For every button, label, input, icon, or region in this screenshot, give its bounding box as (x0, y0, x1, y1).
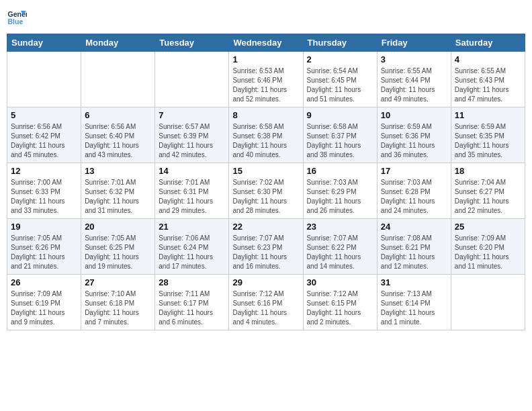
calendar-cell: 27Sunrise: 7:10 AM Sunset: 6:18 PM Dayli… (81, 275, 155, 330)
day-number: 29 (232, 277, 299, 287)
day-info: Sunrise: 7:07 AM Sunset: 6:22 PM Dayligh… (307, 234, 373, 271)
day-info: Sunrise: 7:09 AM Sunset: 6:20 PM Dayligh… (455, 234, 521, 271)
calendar-cell: 4Sunrise: 6:55 AM Sunset: 6:43 PM Daylig… (451, 52, 525, 107)
day-number: 15 (232, 166, 299, 176)
day-number: 2 (307, 54, 373, 64)
day-info: Sunrise: 7:00 AM Sunset: 6:33 PM Dayligh… (11, 178, 77, 216)
day-number: 20 (85, 222, 151, 232)
calendar-cell: 22Sunrise: 7:07 AM Sunset: 6:23 PM Dayli… (229, 219, 303, 275)
day-info: Sunrise: 6:58 AM Sunset: 6:38 PM Dayligh… (232, 122, 299, 160)
day-info: Sunrise: 7:05 AM Sunset: 6:25 PM Dayligh… (85, 234, 151, 271)
day-info: Sunrise: 6:57 AM Sunset: 6:39 PM Dayligh… (159, 122, 225, 160)
day-number: 18 (455, 166, 521, 176)
day-info: Sunrise: 6:56 AM Sunset: 6:40 PM Dayligh… (85, 122, 151, 160)
day-number: 28 (159, 277, 225, 287)
day-info: Sunrise: 6:59 AM Sunset: 6:36 PM Dayligh… (381, 122, 447, 160)
day-number: 7 (159, 110, 225, 120)
day-info: Sunrise: 7:03 AM Sunset: 6:28 PM Dayligh… (381, 178, 447, 216)
day-info: Sunrise: 7:11 AM Sunset: 6:17 PM Dayligh… (159, 289, 225, 327)
day-info: Sunrise: 7:02 AM Sunset: 6:30 PM Dayligh… (232, 178, 299, 216)
calendar-cell: 2Sunrise: 6:54 AM Sunset: 6:45 PM Daylig… (303, 52, 377, 107)
day-info: Sunrise: 7:10 AM Sunset: 6:18 PM Dayligh… (85, 289, 151, 327)
day-info: Sunrise: 6:58 AM Sunset: 6:37 PM Dayligh… (307, 122, 373, 160)
day-number: 22 (232, 222, 299, 232)
svg-text:Blue: Blue (8, 17, 24, 26)
day-number: 23 (307, 222, 373, 232)
day-number: 14 (159, 166, 225, 176)
day-number: 12 (11, 166, 77, 176)
calendar-cell: 3Sunrise: 6:55 AM Sunset: 6:44 PM Daylig… (377, 52, 451, 107)
calendar-cell: 24Sunrise: 7:08 AM Sunset: 6:21 PM Dayli… (377, 219, 451, 275)
day-number: 11 (455, 110, 521, 120)
calendar-cell: 10Sunrise: 6:59 AM Sunset: 6:36 PM Dayli… (377, 107, 451, 163)
calendar-cell: 11Sunrise: 6:59 AM Sunset: 6:35 PM Dayli… (451, 107, 525, 163)
day-number: 27 (85, 277, 151, 287)
day-info: Sunrise: 7:12 AM Sunset: 6:16 PM Dayligh… (232, 289, 299, 327)
day-number: 3 (381, 54, 447, 64)
day-info: Sunrise: 7:13 AM Sunset: 6:14 PM Dayligh… (381, 289, 447, 327)
day-of-week-header: Tuesday (155, 34, 229, 52)
day-info: Sunrise: 7:08 AM Sunset: 6:21 PM Dayligh… (381, 234, 447, 271)
calendar-table: SundayMondayTuesdayWednesdayThursdayFrid… (7, 34, 525, 330)
day-of-week-header: Sunday (7, 34, 81, 52)
day-info: Sunrise: 6:55 AM Sunset: 6:43 PM Dayligh… (455, 66, 521, 104)
calendar-cell: 19Sunrise: 7:05 AM Sunset: 6:26 PM Dayli… (7, 219, 81, 275)
day-number: 6 (85, 110, 151, 120)
calendar-cell: 26Sunrise: 7:09 AM Sunset: 6:19 PM Dayli… (7, 275, 81, 330)
day-number: 31 (381, 277, 447, 287)
day-info: Sunrise: 6:59 AM Sunset: 6:35 PM Dayligh… (455, 122, 521, 160)
calendar-cell: 9Sunrise: 6:58 AM Sunset: 6:37 PM Daylig… (303, 107, 377, 163)
day-info: Sunrise: 7:06 AM Sunset: 6:24 PM Dayligh… (159, 234, 225, 271)
calendar-cell: 31Sunrise: 7:13 AM Sunset: 6:14 PM Dayli… (377, 275, 451, 330)
day-info: Sunrise: 6:56 AM Sunset: 6:42 PM Dayligh… (11, 122, 77, 160)
calendar-cell: 18Sunrise: 7:04 AM Sunset: 6:27 PM Dayli… (451, 163, 525, 219)
calendar-cell: 29Sunrise: 7:12 AM Sunset: 6:16 PM Dayli… (229, 275, 303, 330)
day-number: 4 (455, 54, 521, 64)
calendar-cell: 1Sunrise: 6:53 AM Sunset: 6:46 PM Daylig… (229, 52, 303, 107)
day-number: 21 (159, 222, 225, 232)
calendar-cell (7, 52, 81, 107)
day-of-week-header: Thursday (303, 34, 377, 52)
calendar-cell: 8Sunrise: 6:58 AM Sunset: 6:38 PM Daylig… (229, 107, 303, 163)
calendar-week-row: 1Sunrise: 6:53 AM Sunset: 6:46 PM Daylig… (7, 52, 525, 107)
day-of-week-header: Wednesday (229, 34, 303, 52)
calendar-cell: 5Sunrise: 6:56 AM Sunset: 6:42 PM Daylig… (7, 107, 81, 163)
day-number: 19 (11, 222, 77, 232)
day-number: 17 (381, 166, 447, 176)
calendar-header-row: SundayMondayTuesdayWednesdayThursdayFrid… (7, 34, 525, 52)
day-number: 24 (381, 222, 447, 232)
calendar-week-row: 26Sunrise: 7:09 AM Sunset: 6:19 PM Dayli… (7, 275, 525, 330)
day-number: 1 (232, 54, 299, 64)
calendar-week-row: 12Sunrise: 7:00 AM Sunset: 6:33 PM Dayli… (7, 163, 525, 219)
day-info: Sunrise: 7:05 AM Sunset: 6:26 PM Dayligh… (11, 234, 77, 271)
day-info: Sunrise: 7:09 AM Sunset: 6:19 PM Dayligh… (11, 289, 77, 327)
day-number: 25 (455, 222, 521, 232)
calendar-week-row: 5Sunrise: 6:56 AM Sunset: 6:42 PM Daylig… (7, 107, 525, 163)
day-number: 30 (307, 277, 373, 287)
day-of-week-header: Saturday (451, 34, 525, 52)
day-number: 5 (11, 110, 77, 120)
calendar-cell: 23Sunrise: 7:07 AM Sunset: 6:22 PM Dayli… (303, 219, 377, 275)
calendar-cell: 28Sunrise: 7:11 AM Sunset: 6:17 PM Dayli… (155, 275, 229, 330)
day-info: Sunrise: 7:04 AM Sunset: 6:27 PM Dayligh… (455, 178, 521, 216)
day-number: 8 (232, 110, 299, 120)
day-number: 9 (307, 110, 373, 120)
day-info: Sunrise: 7:12 AM Sunset: 6:15 PM Dayligh… (307, 289, 373, 327)
calendar-cell (155, 52, 229, 107)
calendar-cell: 14Sunrise: 7:01 AM Sunset: 6:31 PM Dayli… (155, 163, 229, 219)
calendar-week-row: 19Sunrise: 7:05 AM Sunset: 6:26 PM Dayli… (7, 219, 525, 275)
day-info: Sunrise: 7:07 AM Sunset: 6:23 PM Dayligh… (232, 234, 299, 271)
day-of-week-header: Friday (377, 34, 451, 52)
calendar-cell: 25Sunrise: 7:09 AM Sunset: 6:20 PM Dayli… (451, 219, 525, 275)
calendar-cell: 17Sunrise: 7:03 AM Sunset: 6:28 PM Dayli… (377, 163, 451, 219)
calendar-cell: 15Sunrise: 7:02 AM Sunset: 6:30 PM Dayli… (229, 163, 303, 219)
calendar-cell: 13Sunrise: 7:01 AM Sunset: 6:32 PM Dayli… (81, 163, 155, 219)
calendar-cell: 7Sunrise: 6:57 AM Sunset: 6:39 PM Daylig… (155, 107, 229, 163)
day-number: 13 (85, 166, 151, 176)
calendar-cell: 12Sunrise: 7:00 AM Sunset: 6:33 PM Dayli… (7, 163, 81, 219)
logo-icon: General Blue (7, 7, 27, 27)
calendar-cell: 20Sunrise: 7:05 AM Sunset: 6:25 PM Dayli… (81, 219, 155, 275)
calendar-cell (451, 275, 525, 330)
logo: General Blue (7, 7, 30, 27)
day-of-week-header: Monday (81, 34, 155, 52)
